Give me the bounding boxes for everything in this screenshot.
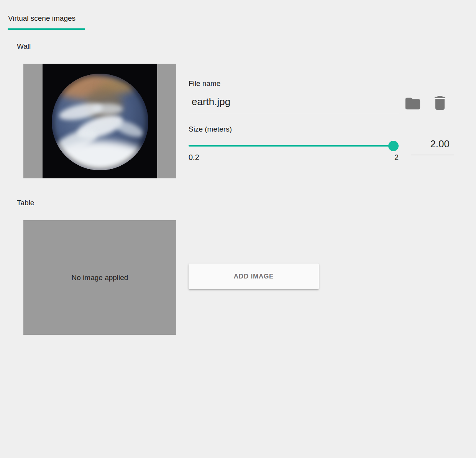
no-image-text: No image applied <box>72 273 128 282</box>
title-underline <box>8 28 85 30</box>
virtual-scene-images-panel: Virtual scene images Wall <box>0 0 476 458</box>
table-section-label: Table <box>17 199 34 207</box>
size-slider-track[interactable] <box>189 145 399 147</box>
slider-min-label: 0.2 <box>189 153 199 162</box>
browse-file-button[interactable] <box>404 95 422 112</box>
wall-image-preview <box>23 64 176 178</box>
file-name-input-underline <box>189 114 399 114</box>
size-value-underline <box>411 155 454 155</box>
folder-icon <box>404 95 422 112</box>
delete-image-button[interactable] <box>431 94 449 112</box>
size-label: Size (meters) <box>189 125 232 133</box>
slider-max-label: 2 <box>387 153 399 162</box>
page-title: Virtual scene images <box>8 14 76 23</box>
add-image-button[interactable]: ADD IMAGE <box>189 264 319 289</box>
file-name-input[interactable]: earth.jpg <box>192 96 391 108</box>
trash-icon <box>431 94 449 112</box>
add-image-label: ADD IMAGE <box>234 273 274 280</box>
size-slider-thumb[interactable] <box>388 141 399 151</box>
file-name-label: File name <box>189 79 220 88</box>
table-image-preview: No image applied <box>23 220 176 335</box>
size-value-field[interactable]: 2.00 <box>411 138 450 150</box>
wall-section-label: Wall <box>17 42 31 51</box>
earth-image <box>43 64 157 178</box>
